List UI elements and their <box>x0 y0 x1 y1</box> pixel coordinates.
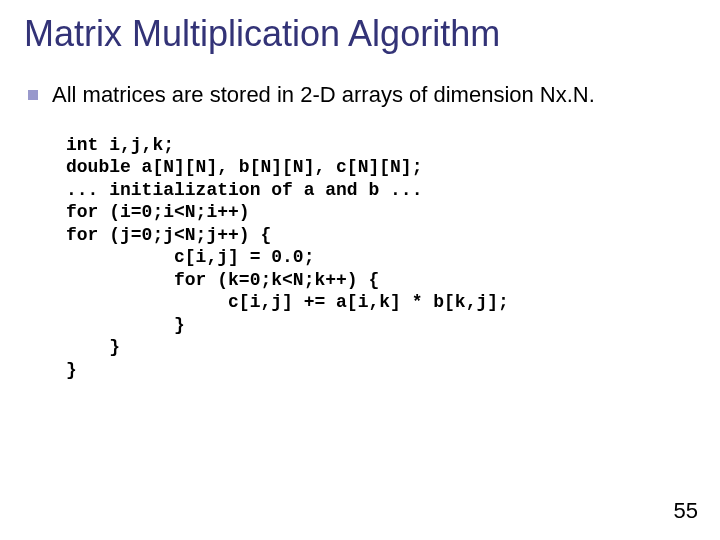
square-bullet-icon <box>28 90 38 100</box>
page-number: 55 <box>674 498 698 524</box>
bullet-text: All matrices are stored in 2-D arrays of… <box>52 82 595 108</box>
bullet-item: All matrices are stored in 2-D arrays of… <box>28 82 696 108</box>
code-block: int i,j,k; double a[N][N], b[N][N], c[N]… <box>66 134 696 382</box>
slide: Matrix Multiplication Algorithm All matr… <box>0 0 720 540</box>
slide-title: Matrix Multiplication Algorithm <box>24 14 696 54</box>
